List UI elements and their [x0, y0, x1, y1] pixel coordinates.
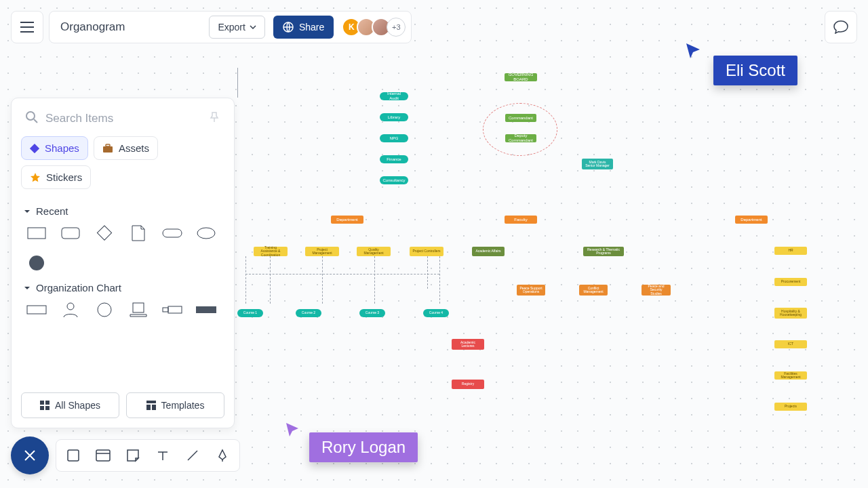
menu-button[interactable]: [11, 11, 43, 43]
svg-rect-14: [133, 303, 144, 312]
node-course[interactable]: Course 1: [237, 309, 263, 317]
tab-assets[interactable]: Assets: [94, 136, 158, 160]
collaborator-cursor-eli: Eli Scott: [685, 42, 797, 85]
node-red[interactable]: Academic Lectures: [452, 339, 484, 350]
node-yellow[interactable]: Quality Management: [357, 247, 391, 256]
svg-rect-4: [106, 144, 110, 146]
tab-shapes[interactable]: Shapes: [21, 136, 88, 160]
speech-bubble-icon: [833, 20, 848, 34]
node-right[interactable]: Facilities Management: [774, 371, 807, 380]
node-right[interactable]: Projects: [774, 403, 807, 411]
svg-point-1: [26, 112, 35, 120]
shape-org-box[interactable]: [25, 300, 48, 319]
globe-icon: [283, 22, 294, 33]
tool-strip: [56, 439, 240, 472]
chevron-down-icon: [24, 285, 31, 291]
document-title[interactable]: Organogram: [60, 20, 125, 34]
shape-circle[interactable]: [93, 300, 116, 319]
node-orange[interactable]: Conflict Management: [579, 285, 608, 296]
node-orange[interactable]: Peace Support Operations: [517, 285, 545, 296]
shape-tag[interactable]: [161, 300, 184, 319]
shapes-panel: Shapes Assets Stickers Recent Organizati…: [11, 98, 235, 428]
node-pill[interactable]: NPG: [380, 134, 408, 142]
svg-point-9: [197, 228, 215, 239]
all-shapes-button[interactable]: All Shapes: [21, 392, 119, 418]
node-olive[interactable]: Academic Affairs: [472, 247, 505, 256]
search-input[interactable]: [45, 112, 201, 125]
templates-button[interactable]: Templates: [126, 392, 224, 418]
node-yellow[interactable]: Project Management: [305, 247, 339, 256]
svg-rect-17: [196, 306, 216, 313]
node-pill[interactable]: Finance: [380, 155, 408, 163]
node-right[interactable]: Procurement: [774, 278, 807, 286]
node-right[interactable]: HR: [774, 247, 807, 255]
node-red[interactable]: Registry: [452, 380, 484, 389]
node-deputy[interactable]: Deputy Commandant: [505, 134, 536, 142]
node-course[interactable]: Course 3: [359, 309, 385, 317]
node-assistant[interactable]: Mark Davis Senior Manager: [582, 159, 613, 169]
svg-point-13: [98, 303, 111, 317]
tool-pen[interactable]: [212, 445, 233, 466]
share-button[interactable]: Share: [273, 16, 334, 39]
node-course[interactable]: Course 4: [423, 309, 449, 317]
node-right[interactable]: Hospitality & Housekeeping: [774, 308, 807, 319]
canvas[interactable]: GOVERNING BOARD Commandant Deputy Comman…: [237, 68, 861, 420]
diamond-icon: [30, 144, 39, 153]
svg-rect-19: [45, 401, 50, 405]
pin-icon[interactable]: [208, 111, 220, 126]
node-faculty[interactable]: Faculty: [505, 216, 537, 224]
shape-pill[interactable]: [161, 224, 184, 243]
tool-rect[interactable]: [63, 445, 83, 466]
tool-card[interactable]: [93, 445, 113, 466]
node-course[interactable]: Course 2: [296, 309, 321, 317]
node-olive[interactable]: Research & Thematic Programs: [583, 247, 624, 256]
section-recent[interactable]: Recent: [24, 205, 224, 217]
node-yellow[interactable]: Training Assistance & Coordination: [254, 247, 288, 256]
shape-rounded-rect[interactable]: [59, 224, 82, 243]
recent-shapes: [21, 224, 224, 272]
tab-stickers[interactable]: Stickers: [21, 165, 91, 189]
node-governing-board[interactable]: GOVERNING BOARD: [505, 73, 537, 81]
svg-rect-7: [97, 226, 111, 240]
shape-ellipse[interactable]: [195, 224, 218, 243]
tool-sticky[interactable]: [123, 445, 143, 466]
node-department[interactable]: Department: [735, 216, 768, 224]
svg-rect-23: [146, 405, 151, 410]
hamburger-icon: [20, 22, 34, 33]
section-orgchart[interactable]: Organization Chart: [24, 282, 224, 293]
svg-rect-8: [163, 229, 182, 237]
node-department[interactable]: Department: [331, 216, 363, 224]
svg-rect-16: [168, 306, 182, 313]
shape-filled-bar[interactable]: [195, 300, 218, 319]
comment-button[interactable]: [825, 11, 857, 43]
svg-rect-24: [152, 405, 156, 410]
close-panel-button[interactable]: [11, 436, 49, 474]
layout-icon: [146, 401, 156, 410]
shape-stack[interactable]: [127, 300, 150, 319]
node-orange[interactable]: Peace and Security Studies: [642, 285, 671, 296]
node-pill[interactable]: Consultancy: [380, 176, 408, 184]
shape-person[interactable]: [59, 300, 82, 319]
svg-rect-22: [146, 401, 156, 403]
tool-text[interactable]: [153, 445, 173, 466]
chevron-down-icon: [24, 209, 31, 214]
shape-diamond[interactable]: [93, 224, 116, 243]
grid-icon: [40, 401, 50, 410]
search-icon: [25, 110, 39, 127]
node-commandant[interactable]: Commandant: [505, 114, 536, 122]
shape-page[interactable]: [127, 224, 150, 243]
svg-rect-5: [28, 228, 45, 239]
svg-rect-11: [27, 306, 46, 314]
node-pill[interactable]: Library: [380, 113, 408, 121]
node-pill[interactable]: Internal Audit: [380, 92, 408, 100]
collaborator-avatars[interactable]: K +3: [342, 18, 406, 37]
node-right[interactable]: ICT: [774, 340, 807, 348]
node-yellow[interactable]: Project Controllers: [410, 247, 443, 256]
tool-line[interactable]: [182, 445, 203, 466]
orgchart-shapes: [21, 300, 224, 319]
shape-filled-circle[interactable]: [25, 253, 48, 272]
shape-rectangle[interactable]: [25, 224, 48, 243]
collaborator-cursor-rory: Rory Logan: [285, 422, 418, 462]
export-button[interactable]: Export: [209, 16, 264, 39]
avatar-more[interactable]: +3: [387, 18, 406, 37]
